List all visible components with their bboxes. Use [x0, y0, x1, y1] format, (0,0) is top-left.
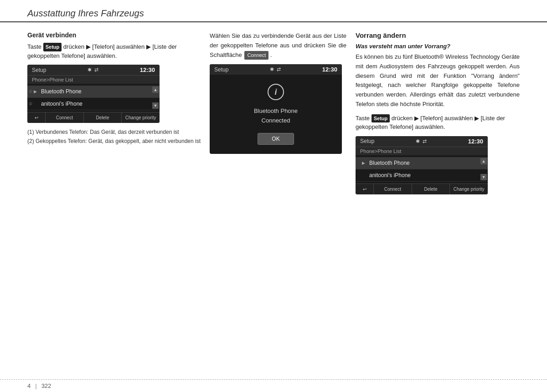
screen-3-item-2-label: anitooni's iPhone [369, 172, 411, 178]
back-btn-3[interactable]: ↩ [356, 184, 374, 194]
connect-btn-3[interactable]: Connect [374, 184, 412, 194]
screen-3-header: Setup ✱ ⇄ 12:30 [356, 136, 488, 147]
usb-icon-3: ⇄ [423, 138, 427, 144]
screen-3-buttons: ↩ Connect Delete Change priority [356, 183, 488, 194]
note-1: (1) Verbundenes Telefon: Das Gerät, das … [27, 127, 201, 137]
scroll-down-3[interactable]: ▼ [480, 174, 487, 180]
screen-2-icons: ✱ ⇄ [270, 66, 281, 72]
screen-1: Setup ✱ ⇄ 12:30 Phone>Phone List ① Bluet… [27, 65, 160, 123]
setup-badge-2: Setup [372, 114, 390, 123]
screen-3-time: 12:30 [468, 138, 483, 145]
screen-3-title: Setup [360, 138, 374, 144]
screen-1-header: Setup ✱ ⇄ 12:30 [27, 65, 160, 75]
right-section-title: Vorrang ändern [356, 31, 520, 39]
page-322: 322 [41, 382, 52, 389]
screen-2-title: Setup [214, 66, 228, 73]
change-priority-btn-3[interactable]: Change priority [450, 184, 488, 194]
item-1-num: ① [29, 89, 32, 94]
scrollbar-1b[interactable]: ▼ [152, 99, 159, 109]
back-btn-1[interactable]: ↩ [27, 112, 46, 123]
screen-2: Setup ✱ ⇄ 12:30 i Bluetooth PhoneConnect… [210, 64, 342, 154]
screen-1-time: 12:30 [140, 66, 155, 73]
bluetooth-icon-3: ✱ [416, 138, 420, 144]
screen-1-item-1[interactable]: ① Bluetooth Phone ▲ [27, 86, 160, 98]
page-footer: 4 | 322 [0, 379, 547, 392]
scrollbar-3b[interactable]: ▼ [480, 170, 487, 180]
right-column: Vorrang ändern Was versteht man unter Vo… [356, 31, 520, 199]
page-title: Ausstattung Ihres Fahrzeugs [27, 8, 520, 19]
play-icon-3 [360, 160, 366, 166]
screen-3-icons: ✱ ⇄ [416, 138, 427, 144]
scroll-up-3[interactable]: ▲ [480, 158, 487, 164]
screen-1-item-1-label: Bluetooth Phone [41, 88, 82, 95]
screen-1-buttons: ↩ Connect Delete Change priority [27, 112, 160, 123]
item-2-num: ② [29, 102, 32, 106]
right-body-text: Es können bis zu fünf Bluetooth® Wireles… [356, 52, 520, 109]
left-notes: (1) Verbundenes Telefon: Das Gerät, das … [27, 127, 201, 146]
connect-btn-1[interactable]: Connect [46, 112, 84, 123]
page-sep: | [35, 382, 36, 389]
screen-1-breadcrumb: Phone>Phone List [27, 75, 160, 84]
bluetooth-icon-2: ✱ [270, 66, 274, 72]
screen-1-item-2[interactable]: ② anitooni's iPhone ▼ [27, 98, 160, 110]
screen-1-list-wrapper: ① Bluetooth Phone ▲ ② anitooni's iPhone … [27, 84, 160, 112]
screen-1-list: ① Bluetooth Phone ▲ ② anitooni's iPhone … [27, 84, 160, 112]
page-number: 4 [27, 382, 31, 389]
left-column: Gerät verbinden Taste Setup drücken ▶ [T… [27, 31, 201, 199]
screen-2-header: Setup ✱ ⇄ 12:30 [210, 64, 342, 75]
scrollbar-1[interactable]: ▲ [152, 87, 159, 97]
main-content: Gerät verbinden Taste Setup drücken ▶ [T… [0, 27, 547, 199]
middle-text: Wählen Sie das zu verbindende Gerät aus … [210, 31, 346, 60]
usb-icon-2: ⇄ [277, 66, 281, 72]
screen-3: Setup ✱ ⇄ 12:30 Phone>Phone List Bluetoo… [356, 136, 488, 194]
screen-3-item-2[interactable]: anitooni's iPhone ▼ [356, 169, 488, 182]
middle-text-before: Wählen Sie das zu verbindende Gerät aus … [210, 32, 346, 58]
delete-btn-1[interactable]: Delete [84, 112, 122, 123]
right-instruction: Taste Setup drücken ▶ [Telefon] auswähle… [356, 114, 520, 132]
usb-icon-1: ⇄ [94, 67, 98, 73]
screen-3-list: Bluetooth Phone ▲ anitooni's iPhone ▼ [356, 155, 488, 183]
page-header: Ausstattung Ihres Fahrzeugs [0, 0, 547, 22]
scroll-up-1[interactable]: ▲ [152, 87, 159, 93]
screen-1-title: Setup [32, 67, 46, 73]
screen-3-list-wrapper: Bluetooth Phone ▲ anitooni's iPhone ▼ [356, 155, 488, 183]
right-sub-title: Was versteht man unter Vorrang? [356, 43, 520, 50]
middle-column: Wählen Sie das zu verbindende Gerät aus … [210, 31, 346, 199]
delete-btn-3[interactable]: Delete [412, 184, 450, 194]
ok-button[interactable]: OK [258, 133, 294, 145]
scrollbar-3[interactable]: ▲ [480, 158, 487, 168]
info-icon: i [268, 84, 284, 100]
note-2: (2) Gekoppeltes Telefon: Gerät, das geko… [27, 137, 201, 146]
middle-text-end: . [270, 51, 272, 58]
setup-badge-1: Setup [43, 43, 62, 51]
screen-3-item-1-label: Bluetooth Phone [369, 160, 410, 166]
bluetooth-icon-1: ✱ [88, 67, 92, 73]
screen-3-breadcrumb: Phone>Phone List [356, 147, 488, 155]
left-instruction: Taste Setup drücken ▶ [Telefon] auswähle… [27, 42, 201, 60]
screen-1-item-2-label: anitooni's iPhone [41, 101, 83, 107]
left-section-title: Gerät verbinden [27, 31, 201, 39]
connect-badge: Connect [244, 51, 268, 60]
screen-2-time: 12:30 [322, 66, 337, 73]
dialog-message: Bluetooth PhoneConnected [254, 107, 298, 126]
change-priority-btn-1[interactable]: Change priority [122, 112, 160, 123]
screen-3-item-1[interactable]: Bluetooth Phone ▲ [356, 157, 488, 169]
screen-2-dialog: i Bluetooth PhoneConnected OK [210, 75, 342, 154]
screen-1-icons: ✱ ⇄ [88, 67, 98, 73]
play-icon-1 [32, 88, 38, 95]
scroll-down-1[interactable]: ▼ [152, 102, 159, 109]
